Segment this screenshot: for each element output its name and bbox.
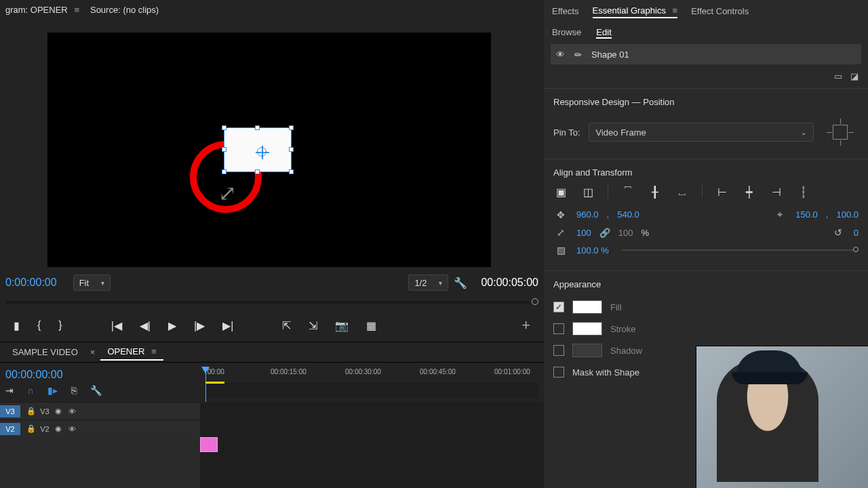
step-back-button[interactable]: ◀| — [140, 319, 151, 332]
go-to-in-button[interactable]: |◀ — [111, 319, 122, 332]
comparison-view-icon[interactable]: ▦ — [366, 319, 376, 332]
align-top-icon[interactable]: ⎴ — [620, 184, 635, 199]
shadow-checkbox[interactable] — [553, 345, 564, 356]
stroke-color-swatch[interactable] — [572, 322, 602, 336]
shape-selection[interactable] — [224, 127, 292, 172]
insert-overwrite-icon[interactable]: ⎘ — [71, 385, 77, 396]
scale-icon: ⤢ — [553, 227, 568, 238]
resize-handle[interactable] — [289, 147, 294, 152]
section-title: Responsive Design — Position — [553, 97, 859, 107]
rotation-value[interactable]: 0 — [854, 228, 859, 238]
chevron-down-icon: ▾ — [439, 279, 442, 287]
mark-in-icon[interactable]: ▮ — [14, 319, 20, 332]
track-eye-icon[interactable]: 👁 — [65, 425, 79, 433]
zoom-fit-dropdown[interactable]: Fit▾ — [73, 274, 111, 291]
timeline-tab-sample[interactable]: SAMPLE VIDEO — [5, 344, 85, 360]
resolution-dropdown[interactable]: 1/2▾ — [408, 274, 448, 291]
align-bottom-icon[interactable]: ⎵ — [675, 184, 690, 199]
pin-to-dropdown[interactable]: Video Frame⌄ — [589, 123, 814, 142]
settings-wrench-icon[interactable]: 🔧 — [454, 277, 467, 289]
align-vcenter-icon[interactable]: ╂ — [648, 184, 663, 199]
mark-in-button[interactable]: { — [37, 319, 41, 331]
resize-handle[interactable] — [289, 125, 294, 130]
track-toggle-icon[interactable]: ◉ — [52, 424, 65, 433]
layer-visibility-icon[interactable]: 👁 — [556, 49, 565, 60]
work-area-bar[interactable] — [205, 382, 224, 384]
playhead-timecode[interactable]: 0:00:00:00 — [5, 277, 57, 289]
linked-selection-icon[interactable]: ∩ — [27, 385, 34, 396]
align-hleft-icon[interactable]: ⊢ — [715, 184, 730, 199]
track-lock-icon[interactable]: 🔒 — [24, 424, 38, 433]
go-to-out-button[interactable]: ▶| — [222, 319, 233, 332]
resize-handle[interactable] — [289, 169, 294, 174]
align-hright-icon[interactable]: ⊣ — [769, 184, 784, 199]
track-toggle-icon[interactable]: ◉ — [52, 407, 65, 415]
anchor-point-icon[interactable] — [257, 147, 267, 157]
align-hcenter-icon[interactable]: ┿ — [742, 184, 757, 199]
position-x[interactable]: 960.0 — [576, 209, 599, 220]
resize-handle[interactable] — [222, 169, 226, 174]
marker-icon[interactable]: ▮▸ — [47, 385, 58, 396]
shadow-label: Shadow — [610, 346, 642, 356]
tab-effects[interactable]: Effects — [552, 5, 579, 18]
timeline-tab-opener[interactable]: OPENER ≡ — [100, 344, 163, 361]
track-eye-icon[interactable]: 👁 — [65, 407, 79, 415]
stroke-checkbox[interactable] — [553, 323, 564, 334]
track-lock-icon[interactable]: 🔒 — [24, 407, 38, 415]
shadow-color-swatch[interactable] — [572, 344, 602, 357]
subtab-edit[interactable]: Edit — [596, 27, 611, 39]
pin-edges-widget[interactable] — [822, 114, 859, 150]
panel-menu-icon[interactable]: ≡ — [673, 5, 678, 16]
fill-checkbox[interactable]: ✓ — [553, 302, 564, 312]
link-scale-icon[interactable]: 🔗 — [599, 228, 610, 238]
section-title: Align and Transform — [553, 167, 859, 178]
align-center-icon[interactable]: ◫ — [580, 184, 595, 199]
timeline-menu-icon[interactable]: ≡ — [151, 346, 157, 357]
align-left-icon[interactable]: ▣ — [553, 184, 568, 199]
new-layer-icon[interactable]: ◪ — [850, 71, 859, 81]
mark-out-button[interactable]: } — [58, 319, 62, 331]
resize-handle[interactable] — [255, 169, 260, 174]
timeline-ruler[interactable]: :00:00 00:00:15:00 00:00:30:00 00:00:45:… — [205, 367, 538, 383]
tab-effect-controls[interactable]: Effect Controls — [691, 5, 749, 18]
anchor-x[interactable]: 150.0 — [795, 209, 818, 220]
new-folder-icon[interactable]: ▭ — [834, 71, 842, 81]
lift-button[interactable]: ⇱ — [282, 319, 291, 332]
layer-shape01[interactable]: 👁 ✎ Shape 01 — [551, 44, 861, 64]
resize-handle[interactable] — [222, 147, 226, 152]
program-menu-icon[interactable]: ≡ — [74, 5, 79, 15]
close-tab-icon[interactable]: × — [90, 347, 96, 357]
opacity-slider[interactable] — [623, 249, 859, 251]
program-monitor[interactable]: ⤢ — [47, 33, 491, 267]
program-title: gram: OPENER ≡ — [5, 5, 79, 15]
timeline-timecode[interactable]: 00:00:00:00 — [5, 369, 193, 381]
track-tag[interactable]: V2 — [0, 423, 20, 435]
monitor-ruler[interactable] — [5, 297, 538, 309]
tab-essential-graphics[interactable]: Essential Graphics ≡ — [593, 4, 678, 18]
snap-icon[interactable]: ⇥ — [5, 385, 14, 396]
play-button[interactable]: ▶ — [168, 319, 176, 332]
scale-value[interactable]: 100 — [576, 228, 591, 238]
video-track-v2[interactable]: V2 🔒 V2 ◉ 👁 — [0, 420, 200, 437]
scale-y-value: 100 — [618, 228, 633, 238]
program-header: gram: OPENER ≡ Source: (no clips) — [0, 0, 544, 19]
button-editor-icon[interactable]: + — [521, 317, 530, 334]
graphics-clip[interactable] — [200, 437, 218, 452]
resize-handle[interactable] — [222, 125, 226, 130]
opacity-value[interactable]: 100.0 % — [576, 245, 609, 256]
distribute-icon[interactable]: ┇ — [796, 184, 811, 199]
settings-wrench-icon[interactable]: 🔧 — [90, 385, 102, 396]
resize-handle[interactable] — [255, 125, 260, 130]
position-icon: ✥ — [553, 209, 568, 220]
chevron-down-icon: ▾ — [101, 279, 104, 287]
fill-color-swatch[interactable] — [572, 300, 602, 314]
anchor-y[interactable]: 100.0 — [836, 209, 859, 220]
export-frame-icon[interactable]: 📷 — [335, 319, 349, 332]
mask-checkbox[interactable] — [553, 367, 564, 378]
position-y[interactable]: 540.0 — [617, 209, 639, 220]
video-track-v3[interactable]: V3 🔒 V3 ◉ 👁 — [0, 402, 200, 420]
subtab-browse[interactable]: Browse — [552, 27, 581, 39]
track-tag[interactable]: V3 — [0, 405, 20, 418]
step-forward-button[interactable]: |▶ — [194, 319, 205, 332]
extract-button[interactable]: ⇲ — [309, 319, 317, 332]
